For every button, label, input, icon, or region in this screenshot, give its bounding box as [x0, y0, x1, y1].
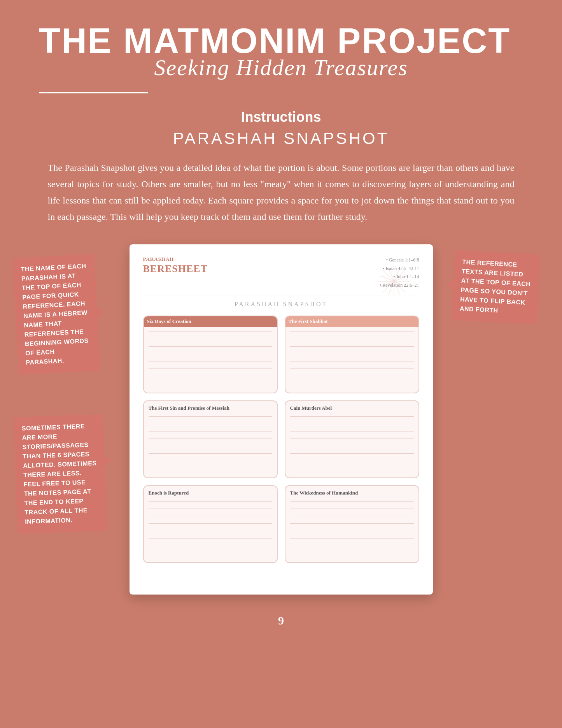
- description-text: The Parashah Snapshot gives you a detail…: [48, 160, 515, 225]
- box-line: [290, 368, 414, 369]
- box-line: [149, 446, 272, 446]
- box-line: [290, 439, 414, 439]
- box-line: [290, 332, 414, 332]
- snapshot-box-3: The First Sin and Promise of Messiah: [143, 400, 278, 478]
- box-line: [290, 501, 414, 502]
- snapshot-box-6: The Wickedness of Humankind: [285, 485, 419, 563]
- box-line: [149, 531, 272, 531]
- box-line: [290, 531, 414, 531]
- snapshot-box-4: Cain Murders Abel: [285, 400, 419, 478]
- box-line: [149, 332, 272, 332]
- box-line: [290, 346, 414, 347]
- instructions-title: Instructions: [39, 109, 523, 125]
- box-lines-6: [290, 501, 414, 539]
- snapshot-box-1: Six Days of Creation: [143, 316, 278, 393]
- box-line: [149, 354, 272, 354]
- page: THE MATMONIM PROJECT Seeking Hidden Trea…: [0, 0, 562, 728]
- box-line: [149, 516, 272, 516]
- box-line: [149, 416, 272, 417]
- box-line: [290, 516, 414, 516]
- snapshot-heading: PARASHAH SNAPSHOT: [39, 129, 523, 148]
- box-lines-4: [290, 416, 414, 454]
- box-line: [149, 361, 272, 361]
- snapshot-box-label-3: The First Sin and Promise of Messiah: [149, 405, 272, 412]
- box-line: [149, 368, 272, 369]
- page-number: 9: [39, 614, 523, 627]
- box-line: [149, 339, 272, 339]
- box-lines-2: [290, 332, 414, 376]
- ref-1: • Genesis 1:1–6:8: [380, 256, 419, 265]
- box-line: [290, 523, 414, 524]
- box-line: [149, 346, 272, 347]
- box-line: [290, 339, 414, 339]
- snapshot-box-2: The First Shabbat: [285, 316, 419, 393]
- snapshot-box-label-2: The First Shabbat: [285, 316, 418, 327]
- box-line: [290, 509, 414, 509]
- box-line: [149, 424, 272, 424]
- preview-parashah-name: BERESHEET: [143, 263, 208, 275]
- preview-snapshot-title: PARASHAH SNAPSHOT: [143, 295, 419, 308]
- snapshot-box-5: Enoch is Raptured: [143, 485, 278, 563]
- starburst-decoration: [378, 266, 410, 297]
- box-line: [290, 538, 414, 539]
- box-line: [290, 361, 414, 361]
- box-line: [290, 354, 414, 354]
- snapshot-box-label-1: Six Days of Creation: [144, 316, 277, 327]
- preview-header: PARASHAH BERESHEET • Genesis 1:1–6:8 • I…: [143, 256, 419, 289]
- snapshot-grid: Six Days of Creation The First Shabbat: [143, 316, 419, 563]
- box-lines-3: [149, 416, 272, 454]
- box-line: [290, 424, 414, 424]
- content-area: THE NAME OF EACH PARASHAH IS AT THE TOP …: [39, 244, 523, 595]
- box-line: [149, 376, 272, 376]
- instructions-section: Instructions PARASHAH SNAPSHOT The Paras…: [39, 109, 523, 225]
- box-line: [149, 538, 272, 539]
- callout-right-top: THE REFERENCE TEXTS ARE LISTED AT THE TO…: [451, 250, 540, 324]
- header-divider: [39, 92, 148, 93]
- main-title: THE MATMONIM PROJECT: [39, 23, 523, 58]
- box-line: [290, 416, 414, 417]
- header: THE MATMONIM PROJECT Seeking Hidden Trea…: [39, 23, 523, 93]
- preview-parashah-label: PARASHAH: [143, 256, 208, 262]
- box-line: [149, 453, 272, 454]
- box-line: [290, 453, 414, 454]
- snapshot-box-label-5: Enoch is Raptured: [149, 490, 272, 496]
- box-lines-1: [149, 332, 272, 376]
- box-line: [149, 431, 272, 432]
- box-line: [290, 376, 414, 376]
- snapshot-box-label-4: Cain Murders Abel: [290, 405, 414, 412]
- box-line: [149, 501, 272, 502]
- box-line: [149, 509, 272, 509]
- page-preview: PARASHAH BERESHEET • Genesis 1:1–6:8 • I…: [130, 244, 433, 595]
- box-lines-5: [149, 501, 272, 539]
- callout-left-top: THE NAME OF EACH PARASHAH IS AT THE TOP …: [12, 254, 100, 375]
- callout-left-bottom: SOMETIMES THERE ARE MORE STORIES/PASSAGE…: [14, 414, 107, 534]
- snapshot-box-label-6: The Wickedness of Humankind: [290, 490, 414, 496]
- preview-parashah-block: PARASHAH BERESHEET: [143, 256, 208, 275]
- box-line: [149, 439, 272, 439]
- box-line: [290, 446, 414, 446]
- box-line: [290, 431, 414, 432]
- box-line: [149, 523, 272, 524]
